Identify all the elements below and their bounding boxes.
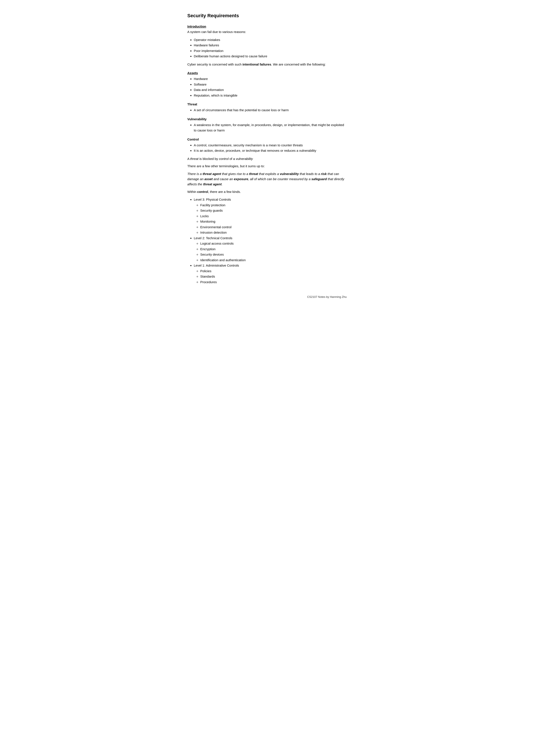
list-item: A control, countermeasure, security mech… <box>194 143 347 148</box>
list-item: Hardware failures <box>194 42 347 48</box>
cyber-text-before: Cyber security is concerned with such <box>187 63 242 66</box>
terminology-bold1: threat agent <box>203 172 221 176</box>
terminology-bold2: threat <box>249 172 258 176</box>
level3-label: Level 3: Physical Controls <box>194 198 231 201</box>
level1-sub-list: Policies Standards Procedures <box>200 268 347 285</box>
list-item: A weakness in the system, for example, i… <box>194 122 347 133</box>
threat-blocked-text2: is blocked by <box>198 157 219 161</box>
terminology-italic-block: There is a threat agent that gives rise … <box>187 171 347 187</box>
level2-label: Level 2: Technical Controls <box>194 236 232 240</box>
intro-text: A system can fail due to various reasons… <box>187 30 347 35</box>
list-item: Security devices <box>200 252 347 257</box>
page: Security Requirements Introduction A sys… <box>170 0 364 305</box>
cyber-bold: intentional failures <box>242 63 271 66</box>
section-assets: Assets Hardware Software Data and inform… <box>187 71 347 98</box>
list-item: Environmental control <box>200 224 347 230</box>
cyber-text-after: . We are concerned with the following: <box>271 63 326 66</box>
control-list: A control, countermeasure, security mech… <box>194 143 347 153</box>
terminology-bold8: threat agent <box>203 182 221 186</box>
threat-list: A set of circumstances that has the pote… <box>194 107 347 113</box>
list-item: Level 1: Administrative Controls Policie… <box>194 263 347 285</box>
assets-heading: Assets <box>187 71 347 75</box>
section-threat: Threat A set of circumstances that has t… <box>187 102 347 113</box>
control-kinds-intro-bold: control <box>197 190 208 194</box>
control-kinds-intro-after: , there are a few kinds. <box>208 190 241 194</box>
footer: CS2107 Notes by Hanming Zhu <box>307 295 347 298</box>
fail-reasons-list: Operator mistakes Hardware failures Poor… <box>194 37 347 59</box>
list-item: It is an action, device, procedure, or t… <box>194 148 347 153</box>
list-item: Locks <box>200 213 347 219</box>
list-item: A set of circumstances that has the pote… <box>194 107 347 113</box>
list-item: Procedures <box>200 279 347 285</box>
terminology-bold7: safeguard <box>311 177 327 181</box>
terminology-italic1: There is a <box>187 172 203 176</box>
vulnerability-heading: Vulnerability <box>187 117 347 121</box>
list-item: Policies <box>200 268 347 274</box>
section-vulnerability: Vulnerability A weakness in the system, … <box>187 117 347 133</box>
list-item: Logical access controls <box>200 241 347 246</box>
terminology-italic9: . <box>221 182 222 186</box>
terminology-bold5: asset <box>204 177 213 181</box>
terminology-italic6: and cause an <box>213 177 234 181</box>
terminology-bold6: exposure <box>234 177 248 181</box>
control-heading: Control <box>187 138 347 141</box>
terminology-italic7: , all of which can be counter measured b… <box>248 177 312 181</box>
list-item: Level 2: Technical Controls Logical acce… <box>194 235 347 263</box>
assets-list: Hardware Software Data and information R… <box>194 76 347 98</box>
vulnerability-list: A weakness in the system, for example, i… <box>194 122 347 133</box>
list-item: Data and information <box>194 87 347 93</box>
introduction-heading: Introduction <box>187 25 347 28</box>
terminology-italic2: that gives rise to a <box>221 172 249 176</box>
vulnerability-italic: vulnerability <box>236 157 253 161</box>
level1-label: Level 1: Administrative Controls <box>194 263 239 267</box>
terminology-italic4: that leads to a <box>299 172 321 176</box>
list-item: Monitoring <box>200 219 347 224</box>
terminology-bold4: risk <box>321 172 327 176</box>
threat-blocked-text: A threat is blocked by control of a vuln… <box>187 156 347 161</box>
control-kinds-intro: Within control, there are a few kinds. <box>187 189 347 194</box>
terminology-intro: There are a few other terminologies, but… <box>187 164 347 169</box>
list-item: Identification and authentication <box>200 257 347 263</box>
control-italic: control <box>219 157 229 161</box>
list-item: Hardware <box>194 76 347 82</box>
terminology-italic3: that exploits a <box>258 172 280 176</box>
threat-blocked-text3: of a <box>229 157 236 161</box>
list-item: Deliberate human actions designed to cau… <box>194 53 347 59</box>
page-title: Security Requirements <box>187 13 347 18</box>
control-kinds-intro-before: Within <box>187 190 197 194</box>
section-control: Control A control, countermeasure, secur… <box>187 138 347 153</box>
threat-blocked-text1: A <box>187 157 190 161</box>
list-item: Facility protection <box>200 202 347 208</box>
section-control-kinds: Within control, there are a few kinds. L… <box>187 189 347 285</box>
list-item: Standards <box>200 274 347 279</box>
level3-sub-list: Facility protection Security guards Lock… <box>200 202 347 235</box>
section-terminology: There are a few other terminologies, but… <box>187 164 347 187</box>
list-item: Operator mistakes <box>194 37 347 43</box>
cyber-security-text: Cyber security is concerned with such in… <box>187 62 347 67</box>
threat-heading: Threat <box>187 102 347 106</box>
list-item: Intrusion detection <box>200 230 347 235</box>
list-item: Security guards <box>200 208 347 213</box>
list-item: Encryption <box>200 246 347 252</box>
list-item: Software <box>194 82 347 87</box>
list-item: Reputation, which is intangible <box>194 93 347 98</box>
list-item: Level 3: Physical Controls Facility prot… <box>194 197 347 235</box>
threat-italic: threat <box>190 157 198 161</box>
list-item: Poor implementation <box>194 48 347 54</box>
level2-sub-list: Logical access controls Encryption Secur… <box>200 241 347 263</box>
section-introduction: Introduction A system can fail due to va… <box>187 25 347 67</box>
control-levels-list: Level 3: Physical Controls Facility prot… <box>194 197 347 285</box>
terminology-bold3: vulnerability <box>280 172 299 176</box>
